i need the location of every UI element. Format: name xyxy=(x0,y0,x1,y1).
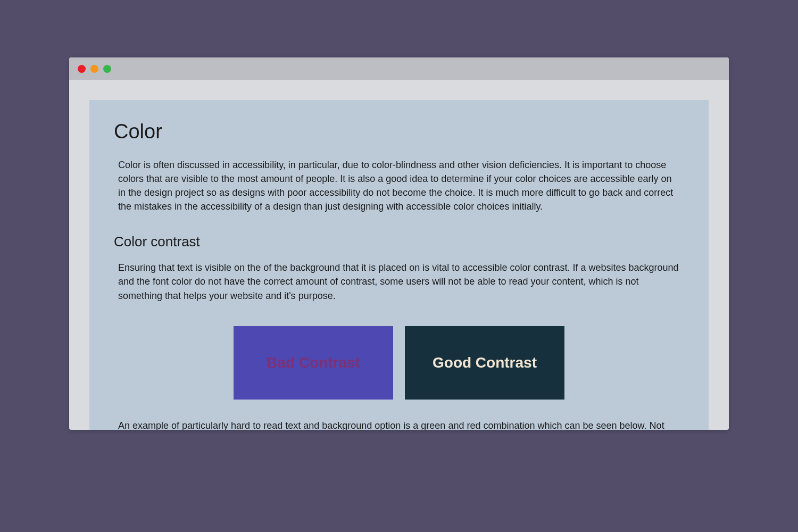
content-viewport: Color Color is often discussed in access… xyxy=(69,80,729,430)
section-body: Ensuring that text is visible on the of … xyxy=(118,261,680,302)
bad-contrast-example: Bad Contrast xyxy=(234,326,393,400)
article: Color Color is often discussed in access… xyxy=(89,100,709,430)
section-heading: Color contrast xyxy=(114,234,684,250)
browser-window: Color Color is often discussed in access… xyxy=(69,57,729,430)
minimize-icon[interactable] xyxy=(90,65,98,73)
contrast-examples: Bad Contrast Good Contrast xyxy=(114,326,684,400)
maximize-icon[interactable] xyxy=(103,65,111,73)
page-title: Color xyxy=(114,120,684,143)
followup-paragraph: An example of particularly hard to read … xyxy=(118,419,680,430)
close-icon[interactable] xyxy=(78,65,86,73)
good-contrast-example: Good Contrast xyxy=(405,326,564,400)
intro-paragraph: Color is often discussed in accessibilit… xyxy=(118,158,680,213)
window-titlebar xyxy=(69,57,729,80)
